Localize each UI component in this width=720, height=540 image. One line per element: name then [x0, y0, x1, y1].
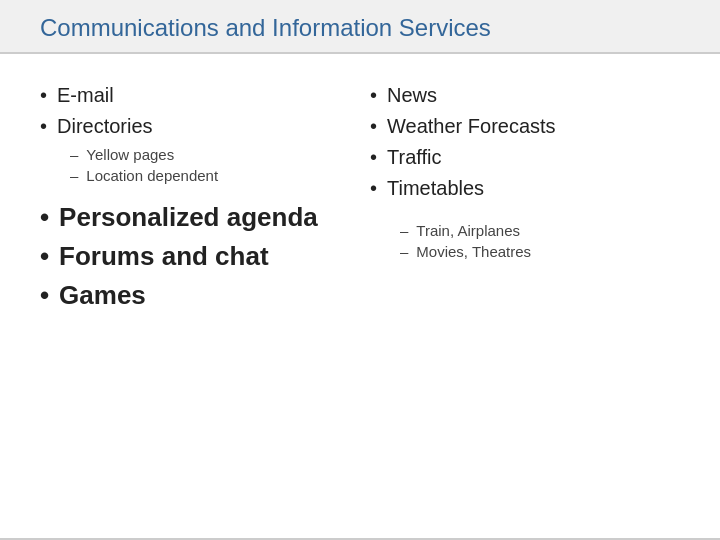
- bullet-dot: •: [370, 115, 377, 138]
- bullet-text: Forums and chat: [59, 241, 268, 272]
- list-item: • Games: [40, 280, 350, 311]
- bullet-dot: •: [370, 84, 377, 107]
- sub-dash: –: [400, 243, 408, 260]
- bullet-dot: •: [370, 146, 377, 169]
- bullet-text: Games: [59, 280, 146, 311]
- bullet-text: News: [387, 84, 437, 107]
- sub-dash: –: [400, 222, 408, 239]
- spacer: [370, 208, 680, 222]
- bullet-dot: •: [40, 202, 49, 233]
- list-item: – Location dependent: [70, 167, 350, 184]
- bullet-text: Timetables: [387, 177, 484, 200]
- list-item: – Movies, Theatres: [400, 243, 680, 260]
- bullet-text: Directories: [57, 115, 153, 138]
- sub-text: Movies, Theatres: [416, 243, 531, 260]
- list-item: – Train, Airplanes: [400, 222, 680, 239]
- sub-text: Yellow pages: [86, 146, 174, 163]
- list-item: • Directories: [40, 115, 350, 138]
- list-item: – Yellow pages: [70, 146, 350, 163]
- left-column: • E-mail • Directories – Yellow pages – …: [40, 84, 350, 508]
- sub-dash: –: [70, 167, 78, 184]
- bullet-text: E-mail: [57, 84, 114, 107]
- list-item: • E-mail: [40, 84, 350, 107]
- right-column: • News • Weather Forecasts • Traffic • T…: [370, 84, 680, 508]
- spacer: [40, 188, 350, 202]
- bullet-text: Personalized agenda: [59, 202, 318, 233]
- list-item: • Forums and chat: [40, 241, 350, 272]
- content-area: • E-mail • Directories – Yellow pages – …: [0, 54, 720, 538]
- bullet-dot: •: [40, 84, 47, 107]
- bullet-dot: •: [40, 241, 49, 272]
- list-item: • News: [370, 84, 680, 107]
- bullet-dot: •: [40, 280, 49, 311]
- bullet-text: Traffic: [387, 146, 441, 169]
- slide-title: Communications and Information Services: [40, 14, 680, 42]
- slide: Communications and Information Services …: [0, 0, 720, 540]
- list-item: • Traffic: [370, 146, 680, 169]
- list-item: • Personalized agenda: [40, 202, 350, 233]
- title-bar: Communications and Information Services: [0, 0, 720, 54]
- sub-text: Location dependent: [86, 167, 218, 184]
- bullet-dot: •: [40, 115, 47, 138]
- list-item: • Timetables: [370, 177, 680, 200]
- bullet-dot: •: [370, 177, 377, 200]
- bullet-text: Weather Forecasts: [387, 115, 556, 138]
- sub-dash: –: [70, 146, 78, 163]
- sub-text: Train, Airplanes: [416, 222, 520, 239]
- list-item: • Weather Forecasts: [370, 115, 680, 138]
